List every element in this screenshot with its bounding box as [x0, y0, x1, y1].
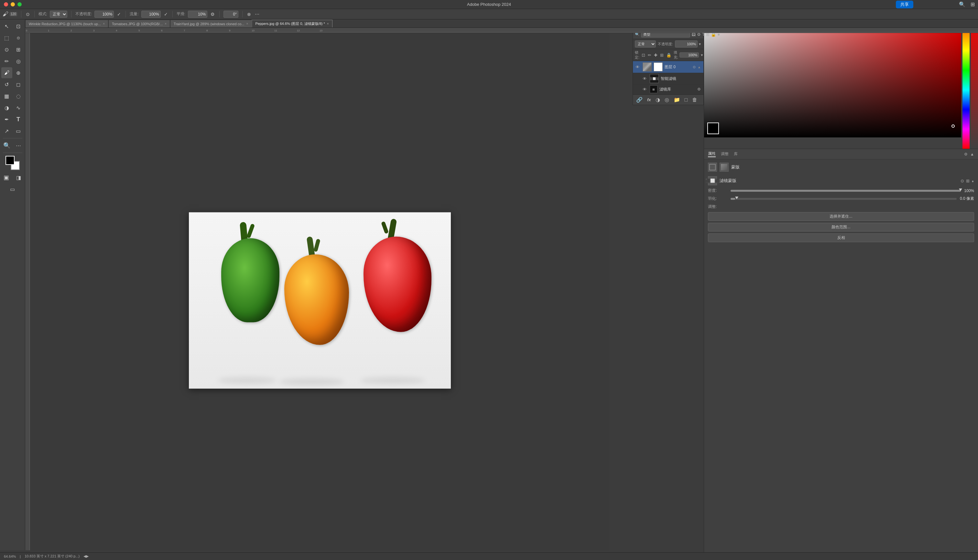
- density-slider[interactable]: [731, 190, 961, 192]
- shape-tool[interactable]: ▭: [13, 125, 24, 137]
- type-tool[interactable]: T: [13, 114, 24, 125]
- extra-button[interactable]: ⋯: [254, 11, 260, 17]
- filter-gallery-name: 滤镜库: [659, 87, 695, 92]
- lock-all-button[interactable]: 🔒: [666, 52, 672, 58]
- lock-brush-button[interactable]: ✏: [648, 52, 652, 58]
- link-layers-button[interactable]: 🔗: [635, 96, 644, 103]
- props-panel-expand[interactable]: ▲: [970, 152, 974, 157]
- color-preview-swatch[interactable]: [707, 123, 719, 134]
- tab-peppers-close[interactable]: ×: [327, 22, 329, 25]
- layer-name-0: 图层 0: [664, 64, 691, 70]
- filter-mask-btn2[interactable]: ⊞: [966, 178, 970, 183]
- layers-opacity-input[interactable]: [675, 40, 698, 48]
- spot-heal-tool[interactable]: ◎: [13, 56, 24, 67]
- brush-preset-button[interactable]: ⊙: [25, 11, 30, 17]
- path-select-tool[interactable]: ↗: [1, 125, 12, 137]
- filter-mask-btn1[interactable]: ⊙: [961, 178, 964, 183]
- options-bar: 🖌 120 ⊙ 模式: 正常 不透明度: ✓ 流量: ✓ 平滑: ⚙ ⊗ ⋯: [0, 9, 978, 19]
- add-mask-button[interactable]: ◑: [654, 96, 661, 103]
- flow-input[interactable]: [141, 11, 161, 18]
- filter-mask-btn3[interactable]: ⬧: [971, 178, 974, 183]
- pepper-orange: [279, 235, 354, 352]
- select-refine-button[interactable]: 选择并遮住...: [708, 212, 974, 221]
- clone-stamp-tool[interactable]: ⊕: [13, 67, 24, 78]
- move-tool[interactable]: ↖: [1, 21, 12, 32]
- layer-blend-mode-select[interactable]: 正常: [635, 40, 656, 48]
- crop-tool[interactable]: ⊞: [13, 44, 24, 55]
- eraser-tool[interactable]: ◻: [13, 79, 24, 90]
- standard-mode[interactable]: ▣: [1, 172, 12, 183]
- quick-select-tool[interactable]: ⊙: [1, 44, 12, 55]
- layer-collapse-0[interactable]: ▲: [698, 65, 701, 69]
- opacity-input[interactable]: [94, 11, 114, 18]
- status-arrows[interactable]: ◀▶: [83, 554, 88, 558]
- dodge-tool[interactable]: ◑: [1, 102, 12, 113]
- tab-tomatoes-close[interactable]: ×: [165, 22, 167, 25]
- props-tab-adjustments[interactable]: 调整: [721, 151, 729, 157]
- rect-select-tool[interactable]: ⬚: [1, 32, 12, 43]
- panels-icon[interactable]: ⊞: [971, 1, 975, 7]
- fill-input[interactable]: [679, 52, 699, 58]
- quick-mask-mode[interactable]: ◨: [13, 172, 24, 183]
- flow-settings-button[interactable]: ✓: [164, 11, 169, 17]
- new-layer-button[interactable]: □: [683, 97, 689, 103]
- tab-tomatoes[interactable]: Tomatoes.JPG @ 100%(RGB/... ×: [108, 20, 170, 27]
- brush-tool[interactable]: 🖌: [1, 67, 12, 78]
- artboard-tool[interactable]: ⊡: [13, 21, 24, 32]
- props-panel-settings[interactable]: ⚙: [964, 152, 968, 157]
- tab-wrinkle-close[interactable]: ×: [103, 22, 105, 25]
- close-button[interactable]: [4, 2, 8, 7]
- add-style-button[interactable]: fx: [646, 97, 653, 103]
- svg-text:2: 2: [70, 29, 72, 32]
- maximize-button[interactable]: [17, 2, 22, 7]
- delete-layer-button[interactable]: 🗑: [691, 97, 699, 103]
- sub-layer-filter-gallery[interactable]: 👁 ▦ 滤镜库 ⚙: [633, 84, 703, 94]
- props-tab-library[interactable]: 库: [734, 151, 738, 157]
- invert-button[interactable]: 反相: [708, 233, 974, 242]
- change-screen-mode[interactable]: ▭: [7, 183, 18, 195]
- tab-trainyard[interactable]: TrainYard.jpg @ 289% (windows cloned co.…: [170, 20, 252, 27]
- filter-gallery-options[interactable]: ⚙: [697, 87, 701, 92]
- smart-filter-visibility[interactable]: 👁: [643, 76, 648, 81]
- tab-wrinkle[interactable]: Wrinkle Reduction.JPG @ 1130% (touch up.…: [25, 20, 108, 27]
- smudge-tool[interactable]: ∿: [13, 102, 24, 113]
- status-bar: 64.64% | 10.833 英寸 x 7.221 英寸 (240 p...)…: [0, 552, 978, 560]
- canvas-area[interactable]: [30, 33, 609, 550]
- layer-visibility-0[interactable]: 👁: [636, 65, 641, 70]
- blend-mode-select[interactable]: 正常: [50, 11, 67, 18]
- zoom-tool[interactable]: 🔍: [1, 140, 12, 151]
- filter-gallery-visibility[interactable]: 👁: [643, 87, 648, 92]
- lasso-tool[interactable]: ⌾: [13, 32, 24, 43]
- fill-arrow[interactable]: ▼: [700, 53, 703, 57]
- props-tab-properties[interactable]: 属性: [708, 151, 716, 157]
- pen-tool[interactable]: ✒: [1, 114, 12, 125]
- symmetry-button[interactable]: ⊗: [247, 11, 252, 17]
- color-range-button[interactable]: 颜色范围...: [708, 223, 974, 232]
- lock-pixels-button[interactable]: ⊡: [641, 52, 646, 58]
- blur-tool[interactable]: ◌: [13, 90, 24, 102]
- feather-slider[interactable]: [731, 198, 957, 200]
- search-icon[interactable]: 🔍: [959, 1, 965, 7]
- gradient-tool[interactable]: ▦: [1, 90, 12, 102]
- foreground-color-swatch[interactable]: [5, 156, 15, 165]
- tab-trainyard-close[interactable]: ×: [247, 22, 249, 25]
- history-brush-tool[interactable]: ↺: [1, 79, 12, 90]
- layers-opacity-arrow[interactable]: ▼: [698, 42, 701, 46]
- svg-text:5: 5: [139, 29, 140, 32]
- lock-move-button[interactable]: ✚: [654, 52, 658, 58]
- smooth-settings-button[interactable]: ⚙: [210, 11, 215, 17]
- extra-tools[interactable]: ⋯: [13, 140, 24, 151]
- share-button[interactable]: 共享: [896, 1, 913, 8]
- angle-input[interactable]: [224, 11, 239, 18]
- minimize-button[interactable]: [11, 2, 15, 7]
- add-group-button[interactable]: 📁: [673, 96, 681, 103]
- opacity-settings-button[interactable]: ✓: [117, 11, 122, 17]
- smooth-input[interactable]: [188, 11, 207, 18]
- layer-item-0[interactable]: 👁 图层 0 ⊙ ▲: [633, 61, 703, 73]
- lock-artboard-button[interactable]: ⊞: [660, 52, 664, 58]
- sub-layer-smart-filter[interactable]: 👁 ⬛⬜⬛ 智能滤镜: [633, 73, 703, 84]
- add-adjustment-button[interactable]: ◎: [663, 96, 671, 103]
- tab-peppers[interactable]: Peppers.jpg @ 64.6% (图层 0, 滤镜蒙版/8) * ×: [252, 20, 332, 27]
- props-section-mask: 蒙版: [708, 163, 974, 172]
- eyedropper-tool[interactable]: ✏: [1, 56, 12, 67]
